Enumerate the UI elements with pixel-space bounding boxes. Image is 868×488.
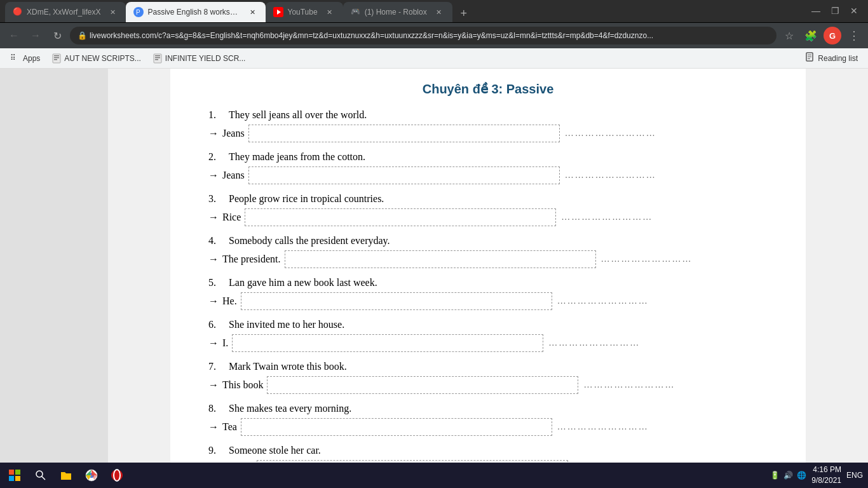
bookmark-apps[interactable]: ⠿ Apps [5,51,45,66]
answer-input-3[interactable] [245,208,556,226]
tab2-close[interactable]: ✕ [247,6,258,18]
dots-5: ……………………… [557,296,649,306]
close-button[interactable]: ✕ [845,2,863,20]
exercise-item-5: 5.Lan gave him a new book last week.→He.… [208,277,768,310]
exercise-question-5: 5.Lan gave him a new book last week. [208,277,768,288]
answer-row-5: →He.……………………… [208,292,768,310]
taskbar: 🔋 🔊 🌐 4:16 PM 9/8/2021 ENG [0,463,868,488]
arrow-icon-4: → [208,254,219,265]
answer-label-7: This book [222,379,263,391]
tab1-title: XDmE, XxWorf_lifexX [27,8,100,17]
start-button[interactable] [5,466,24,485]
exercise-num-9: 9. [208,445,224,456]
svg-rect-13 [808,55,811,55]
back-button[interactable]: ← [5,27,23,44]
forward-button[interactable]: → [27,27,44,44]
aut-label: AUT NEW SCRIPTS... [64,54,140,63]
dots-1: ……………………… [565,128,656,139]
svg-text:P: P [136,9,140,16]
answer-input-8[interactable] [241,418,552,436]
exercise-question-3: 3.People grow rice in tropical countries… [208,193,768,205]
exercise-num-7: 7. [208,361,224,372]
clock-time: 4:16 PM [811,464,841,475]
menu-button[interactable]: ⋮ [845,27,863,44]
maximize-button[interactable]: ❐ [826,2,844,20]
answer-input-5[interactable] [241,292,552,310]
taskbar-clock[interactable]: 4:16 PM 9/8/2021 [811,464,841,486]
tab4-favicon: 🎮 [351,7,361,17]
tab1-close[interactable]: ✕ [107,6,118,18]
answer-label-6: I. [222,337,228,349]
tab2-title: Passive English 8 worksheet [147,8,240,17]
answer-label-2: Jeans [222,170,245,181]
answer-row-7: →This book……………………… [208,376,768,394]
tab3-close[interactable]: ✕ [324,6,336,18]
exercise-question-4: 4.Somebody calls the president everyday. [208,235,768,247]
reading-list-button[interactable]: Reading list [800,50,863,67]
exercise-text-7: Mark Twain wrote this book. [229,361,347,372]
svg-rect-18 [9,476,14,481]
taskbar-opera[interactable] [105,464,128,487]
window-controls: — ❐ ✕ [807,2,863,22]
dots-3: ……………………… [561,212,653,222]
taskbar-files[interactable] [55,464,78,487]
tab-bar: 🔴 XDmE, XxWorf_lifexX ✕ P Passive Englis… [0,0,868,23]
reload-button[interactable]: ↻ [48,27,66,44]
minimize-button[interactable]: — [807,2,825,20]
exercise-item-2: 2.They made jeans from the cotton.→Jeans… [208,151,768,184]
exercise-num-5: 5. [208,277,224,288]
new-tab-button[interactable]: + [455,4,473,22]
answer-label-3: Rice [222,212,241,223]
answer-input-1[interactable] [248,125,560,142]
arrow-icon-8: → [208,421,219,433]
exercise-text-2: They made jeans from the cotton. [229,151,365,163]
exercise-num-4: 4. [208,235,224,247]
exercise-text-5: Lan gave him a new book last week. [229,277,377,288]
exercise-question-2: 2.They made jeans from the cotton. [208,151,768,163]
tab4-close[interactable]: ✕ [433,6,445,18]
address-input[interactable]: 🔒 liveworksheets.com/c?a=s&g=8&s=English… [70,27,776,44]
arrow-icon-7: → [208,379,219,391]
browser-window: 🔴 XDmE, XxWorf_lifexX ✕ P Passive Englis… [0,0,868,463]
taskbar-chrome[interactable] [80,464,103,487]
answer-label-4: The president. [222,254,281,265]
answer-input-2[interactable] [248,166,560,184]
exercise-text-3: People grow rice in tropical countries. [229,193,384,205]
dots-6: ……………………… [548,338,640,348]
bookmark-star-button[interactable]: ☆ [780,27,798,44]
volume-icon: 🔊 [783,471,793,480]
sys-tray: 🔋 🔊 🌐 [770,471,806,480]
taskbar-right: 🔋 🔊 🌐 4:16 PM 9/8/2021 ENG [770,464,863,486]
aut-icon [51,53,62,64]
lock-icon: 🔒 [78,31,87,40]
bookmark-aut[interactable]: AUT NEW SCRIPTS... [46,51,146,66]
answer-row-4: →The president.……………………… [208,250,768,268]
bookmark-infinite[interactable]: INFINITE YIELD SCR... [147,51,250,66]
exercise-item-9: 9.Someone stole her car.→Her car……………………… [208,445,768,463]
reading-list-label: Reading list [818,54,858,63]
exercise-num-2: 2. [208,151,224,163]
tab-roblox[interactable]: 🎮 (1) Home - Roblox ✕ [343,2,452,22]
exercise-item-7: 7.Mark Twain wrote this book.→This book…… [208,361,768,394]
tab4-title: (1) Home - Roblox [365,8,427,17]
tab-youtube[interactable]: YouTube ✕ [266,2,342,22]
arrow-icon-1: → [208,128,219,139]
exercise-text-9: Someone stole her car. [229,445,321,456]
extensions-button[interactable]: 🧩 [802,27,820,44]
tab-xdme[interactable]: 🔴 XDmE, XxWorf_lifexX ✕ [5,2,126,22]
svg-line-21 [42,477,46,480]
answer-input-7[interactable] [267,376,578,394]
answer-input-6[interactable] [232,334,543,352]
answer-input-4[interactable] [285,250,596,268]
answer-row-2: →Jeans……………………… [208,166,768,184]
battery-icon: 🔋 [770,471,780,480]
svg-rect-5 [54,55,59,57]
arrow-icon-6: → [208,337,219,349]
taskbar-search[interactable] [29,464,52,487]
exercise-question-7: 7.Mark Twain wrote this book. [208,361,768,372]
profile-avatar[interactable]: G [824,27,841,44]
svg-rect-16 [9,470,14,475]
exercise-question-6: 6.She invited me to her house. [208,319,768,330]
section-title: Chuyên đề 3: Passive [208,81,768,97]
tab-passive[interactable]: P Passive English 8 worksheet ✕ [126,2,266,22]
